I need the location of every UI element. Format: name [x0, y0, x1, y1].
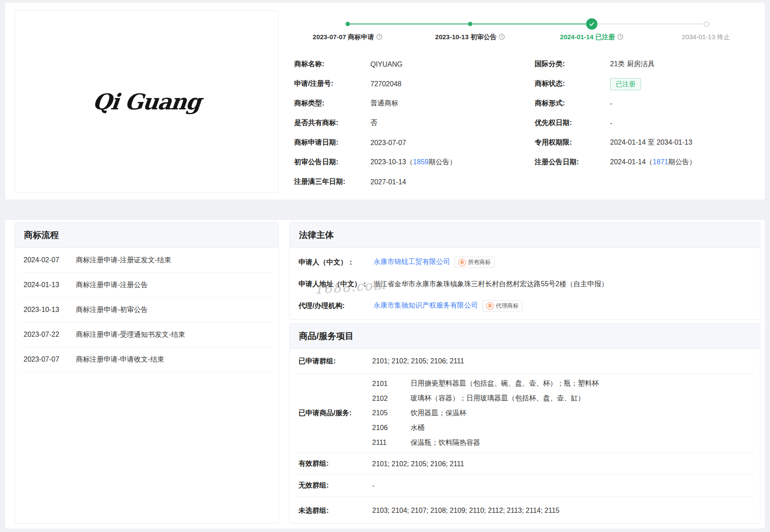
- process-date: 2023-10-13: [24, 306, 76, 314]
- applied-services-row: 已申请商品/服务: 2101 日用搪瓷塑料器皿（包括盆、碗、盘、壶、杯）；瓶；塑…: [296, 374, 754, 453]
- detail-label: 是否共有商标:: [294, 119, 370, 128]
- detail-row-class: 国际分类: 21类 厨房洁具: [535, 54, 770, 74]
- detail-value-text: 2024-01-14（: [610, 158, 653, 166]
- owner-trademarks-badge-label: 所有商标: [468, 258, 491, 266]
- clock-history-icon[interactable]: [617, 34, 624, 41]
- service-item: 2105 饮用器皿；保温杯: [372, 409, 751, 418]
- process-desc: 商标注册申请-注册公告: [76, 281, 148, 290]
- process-row: 2023-10-13 商标注册申请-初审公告: [21, 298, 272, 322]
- service-group-code: 2101: [372, 380, 410, 388]
- applicant-company-link[interactable]: 永康市锦铉工贸有限公司: [373, 258, 450, 265]
- process-row-list: 2024-02-07 商标注册申请-注册证发文-结束 2024-01-13 商标…: [15, 248, 278, 372]
- goods-row-list: 已申请群组: 2101; 2102; 2105; 2106; 2111 已申请商…: [290, 349, 760, 525]
- agency-trademarks-badge[interactable]: R代理商标: [482, 300, 522, 312]
- legal-card-title: 法律主体: [290, 223, 760, 248]
- detail-label: 商标状态:: [535, 79, 610, 88]
- unselected-groups-label: 未选群组:: [299, 506, 372, 515]
- process-date: 2024-02-07: [24, 256, 76, 264]
- detail-value-text: 2023-10-13（: [370, 158, 413, 166]
- invalid-groups-value: -: [372, 482, 374, 490]
- detail-label: 注册满三年日期:: [294, 177, 370, 186]
- service-item: 2101 日用搪瓷塑料器皿（包括盆、碗、盘、壶、杯）；瓶；塑料杯: [372, 379, 751, 388]
- detail-row-reg-number: 申请/注册号: 72702048: [294, 74, 532, 94]
- valid-groups-row: 有效群组: 2101; 2102; 2105; 2106; 2111: [296, 453, 754, 475]
- detail-value: 2023-07-07: [370, 139, 406, 147]
- timeline-dot-expiry: [704, 21, 709, 27]
- clock-history-icon[interactable]: [376, 34, 383, 41]
- gazette-issue-link[interactable]: 1859: [413, 158, 429, 166]
- detail-value: QIYUANG: [370, 61, 403, 68]
- detail-label: 商标形式:: [535, 99, 610, 108]
- detail-row-form: 商标形式: -: [535, 94, 770, 113]
- unselected-groups-value: 2103; 2104; 2107; 2108; 2109; 2110; 2112…: [372, 507, 560, 515]
- invalid-groups-label: 无效群组:: [299, 481, 372, 490]
- service-group-code: 2106: [372, 424, 410, 432]
- detail-value: -: [610, 119, 612, 127]
- service-desc: 保温瓶；饮料隔热容器: [410, 438, 480, 447]
- detail-row-reg-publication: 注册公告日期: 2024-01-14（1871期公告）: [535, 152, 770, 172]
- detail-value: 2023-10-13（1859期公告）: [370, 158, 456, 167]
- timeline-step-label: 2023-07-07 商标申请: [313, 33, 374, 41]
- detail-label: 商标名称:: [294, 60, 370, 69]
- detail-label: 专用权期限:: [535, 138, 610, 147]
- detail-value: 普通商标: [370, 99, 398, 108]
- timeline-step-apply: 2023-07-07 商标申请: [295, 33, 400, 41]
- detail-label: 商标申请日期:: [294, 138, 370, 147]
- service-desc: 玻璃杯（容器）；日用玻璃器皿（包括杯、盘、壶、缸）: [410, 394, 585, 403]
- detail-label: 商标类型:: [294, 99, 370, 108]
- service-desc: 日用搪瓷塑料器皿（包括盆、碗、盘、壶、杯）；瓶；塑料杯: [410, 379, 599, 388]
- detail-row-apply-date: 商标申请日期: 2023-07-07: [294, 133, 532, 152]
- goods-services-card: 商品/服务项目 已申请群组: 2101; 2102; 2105; 2106; 2…: [289, 323, 760, 524]
- valid-groups-value: 2101; 2102; 2105; 2106; 2111: [372, 460, 464, 468]
- process-desc: 商标注册申请-注册证发文-结束: [76, 256, 171, 265]
- process-desc: 商标注册申请-初审公告: [76, 305, 148, 315]
- applicant-address-row: 申请人地址（中文）： 浙江省金华市永康市象珠镇象珠三村长村自然村宏达路55号2楼…: [299, 273, 751, 295]
- registered-trademark-icon: R: [486, 302, 494, 310]
- legal-row-list: 1688.com 申请人（中文）： 永康市锦铉工贸有限公司R所有商标 申请人地址…: [290, 248, 760, 317]
- timeline-step-publication: 2023-10-13 初审公告: [418, 33, 522, 41]
- timeline-line-future: [592, 24, 706, 24]
- detail-row-type: 商标类型: 普通商标: [294, 94, 532, 113]
- service-desc: 水桶: [410, 424, 424, 433]
- applicant-row: 申请人（中文）： 永康市锦铉工贸有限公司R所有商标: [299, 251, 751, 273]
- gazette-issue-link[interactable]: 1871: [653, 158, 668, 166]
- trademark-summary-section: Qi Guang 2023-07-07 商标申请 2023-10-13 初审公告: [5, 3, 765, 200]
- service-item: 2111 保温瓶；饮料隔热容器: [372, 438, 751, 447]
- detail-label: 申请/注册号:: [294, 79, 370, 88]
- applied-services-list: 2101 日用搪瓷塑料器皿（包括盆、碗、盘、壶、杯）；瓶；塑料杯 2102 玻璃…: [372, 376, 751, 450]
- process-date: 2023-07-22: [24, 331, 76, 339]
- process-desc: 商标注册申请-申请收文-结束: [76, 355, 164, 364]
- timeline-step-label: 2024-01-14 已注册: [560, 33, 615, 41]
- detail-value: -: [610, 100, 612, 108]
- detail-row-first-publication: 初审公告日期: 2023-10-13（1859期公告）: [294, 152, 532, 172]
- agency-label: 代理/办理机构:: [299, 302, 373, 311]
- service-group-code: 2111: [372, 439, 410, 447]
- process-date: 2023-07-07: [24, 356, 76, 363]
- agency-row: 代理/办理机构: 永康市集驰知识产权服务有限公司R代理商标: [299, 295, 751, 317]
- applicant-label: 申请人（中文）：: [299, 258, 373, 267]
- applied-services-label: 已申请商品/服务:: [299, 409, 372, 418]
- detail-column-left: 商标名称: QIYUANG 申请/注册号: 72702048 商标类型: 普通商…: [294, 54, 532, 192]
- detail-row-three-year: 注册满三年日期: 2027-01-14: [294, 172, 532, 192]
- owner-trademarks-badge[interactable]: R所有商标: [455, 257, 495, 268]
- registered-trademark-icon: R: [458, 259, 466, 266]
- agency-company-link[interactable]: 永康市集驰知识产权服务有限公司: [373, 302, 478, 309]
- detail-value: 72702048: [370, 80, 401, 88]
- detail-label: 注册公告日期:: [535, 158, 610, 167]
- detail-value: 2024-01-14（1871期公告）: [610, 158, 696, 167]
- service-item: 2102 玻璃杯（容器）；日用玻璃器皿（包括杯、盘、壶、缸）: [372, 394, 751, 403]
- valid-groups-label: 有效群组:: [299, 459, 372, 468]
- invalid-groups-row: 无效群组: -: [296, 475, 754, 497]
- service-item: 2106 水桶: [372, 424, 751, 433]
- detail-column-right: 国际分类: 21类 厨房洁具 商标状态: 已注册 商标形式: - 优先权日期: …: [535, 54, 770, 172]
- detail-row-exclusive-period: 专用权期限: 2024-01-14 至 2034-01-13: [535, 133, 770, 152]
- timeline-step-label: 2023-10-13 初审公告: [435, 33, 497, 41]
- detail-value-suffix: 期公告）: [668, 158, 696, 166]
- timeline-step-label: 2034-01-13 终止: [682, 33, 730, 41]
- clock-history-icon[interactable]: [499, 34, 505, 41]
- detail-value: 否: [370, 119, 377, 128]
- goods-card-title: 商品/服务项目: [290, 324, 760, 349]
- timeline-dot-apply: [346, 22, 350, 26]
- detail-row-name: 商标名称: QIYUANG: [294, 54, 532, 74]
- detail-value: 21类 厨房洁具: [610, 60, 655, 69]
